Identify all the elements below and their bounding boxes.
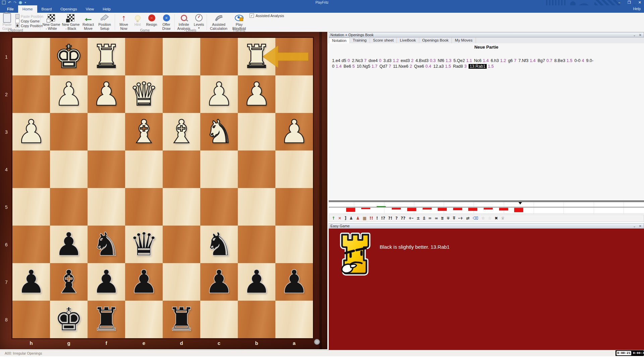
black-pawn-g6[interactable]: ♟	[50, 226, 88, 263]
interesting-move-icon[interactable]: !?	[381, 216, 385, 221]
move[interactable]: 4.Bxd3	[416, 58, 429, 63]
white-pawn-a3[interactable]: ♟	[275, 113, 313, 150]
square-g3[interactable]	[50, 113, 88, 150]
blunder-icon[interactable]: ??	[401, 216, 406, 221]
square-g5[interactable]	[50, 188, 88, 226]
square-b3[interactable]	[238, 113, 275, 150]
square-c4[interactable]	[200, 150, 238, 188]
move[interactable]: Bg7	[538, 58, 545, 63]
white-slightly-better-icon[interactable]: ⩲	[423, 216, 425, 221]
pane-close-icon[interactable]: ✕	[639, 33, 642, 38]
eval-bar-move-6[interactable]	[423, 208, 432, 209]
square-b4[interactable]	[238, 150, 275, 188]
square-e1[interactable]	[125, 38, 163, 75]
black-winning-icon[interactable]: -+	[458, 216, 463, 221]
move[interactable]: 5.Qe2	[453, 58, 465, 63]
colored-squares-icon[interactable]: ▦	[363, 216, 366, 221]
resign-button[interactable]: – Resign	[144, 13, 159, 26]
new-game-white-button[interactable]: New Game- White	[42, 13, 61, 31]
black-rook-f8[interactable]: ♜	[88, 301, 125, 338]
move-now-button[interactable]: ↑ MoveNow	[117, 13, 131, 31]
move[interactable]: Qxe6	[414, 64, 424, 69]
square-c1[interactable]	[200, 38, 238, 75]
square-a8[interactable]	[275, 301, 313, 338]
square-a5[interactable]	[275, 188, 313, 226]
white-pawn-h3[interactable]: ♟	[12, 113, 50, 150]
eraser-icon[interactable]: ⌫	[473, 216, 478, 221]
eval-bar-move-7[interactable]	[438, 208, 447, 211]
eval-bar-move-1[interactable]	[346, 208, 355, 212]
move[interactable]: Rad8	[453, 64, 463, 69]
square-d5[interactable]	[163, 188, 200, 226]
move[interactable]: 10.Ng5	[357, 64, 370, 69]
star-plus-icon[interactable]: ☆	[488, 216, 492, 221]
square-d1[interactable]	[163, 38, 200, 75]
square-e4[interactable]	[125, 150, 163, 188]
retract-move-button[interactable]: ← RetractMove	[80, 13, 96, 31]
square-d6[interactable]	[163, 226, 200, 263]
white-rook-f1[interactable]: ♜	[88, 38, 125, 75]
tab-training[interactable]: Training	[350, 38, 370, 43]
move[interactable]: Qd7	[379, 64, 387, 69]
pane-dropdown-icon[interactable]: ⌄	[633, 33, 636, 38]
dubious-move-icon[interactable]: ?!	[388, 216, 392, 221]
square-d2[interactable]	[163, 75, 200, 113]
black-pawn-icon[interactable]: ♟	[350, 216, 353, 221]
white-bishop-d3[interactable]: ♝	[163, 113, 200, 150]
move[interactable]: d5	[341, 58, 346, 63]
move[interactable]: g6	[508, 58, 513, 63]
black-pawn-c7[interactable]: ♟	[200, 263, 238, 301]
white-pawn-b2[interactable]: ♟	[238, 75, 275, 113]
copy-game-button[interactable]: Copy Game	[15, 19, 40, 23]
square-h2[interactable]	[12, 75, 50, 113]
black-pawn-h7[interactable]: ♟	[12, 263, 50, 301]
tab-openings-book[interactable]: Openings Book	[419, 38, 452, 43]
tab-my-moves[interactable]: My Moves	[452, 38, 476, 43]
assisted-calculation-button[interactable]: AssistedCalculation	[208, 13, 229, 31]
position-setup-button[interactable]: PositionSetup	[97, 13, 113, 31]
delete-annotations-icon[interactable]: ✖	[495, 216, 498, 221]
square-h4[interactable]	[12, 150, 50, 188]
main-line-arrow-icon[interactable]: ↑	[332, 216, 335, 221]
square-b8[interactable]	[238, 301, 275, 338]
move[interactable]: dxe4	[369, 58, 378, 63]
square-a1[interactable]	[275, 38, 313, 75]
square-d7[interactable]	[163, 263, 200, 301]
notation-area[interactable]: Neue Partie 1.e4d502.Nc37dxe403.d31.2exd…	[329, 43, 644, 200]
square-g4[interactable]	[50, 150, 88, 188]
square-b5[interactable]	[238, 188, 275, 226]
eval-bar-move-3[interactable]	[377, 206, 386, 207]
move[interactable]: Be6	[343, 64, 351, 69]
eval-bar-move-2[interactable]	[361, 208, 370, 209]
black-pawn-e7[interactable]: ♟	[125, 263, 163, 301]
white-winning-icon[interactable]: +-	[409, 216, 414, 221]
black-knight-f6[interactable]: ♞	[88, 226, 125, 263]
move[interactable]: 12.a3	[433, 64, 444, 69]
black-slightly-better-icon[interactable]: ⩱	[453, 216, 455, 221]
white-pawn-c2[interactable]: ♟	[200, 75, 238, 113]
square-c8[interactable]	[200, 301, 238, 338]
new-game-black-button[interactable]: New Game- Black	[61, 13, 80, 31]
move[interactable]: 6.h3	[491, 58, 499, 63]
square-h5[interactable]	[12, 188, 50, 226]
move[interactable]: 0-0	[574, 58, 580, 63]
notation-pane-header[interactable]: Notation + Openings Book ⌄✕	[329, 32, 644, 38]
move[interactable]: Nc6	[474, 58, 481, 63]
white-knight-c3[interactable]: ♞	[200, 113, 238, 150]
square-a6[interactable]	[275, 226, 313, 263]
red-pawn-icon[interactable]: ♟	[356, 216, 360, 221]
unclear-icon[interactable]: ∞	[435, 216, 438, 221]
tab-livebook[interactable]: LiveBook	[397, 38, 419, 43]
eval-bar-move-12[interactable]	[514, 208, 523, 212]
copy-position-button[interactable]: Copy Position	[15, 23, 43, 28]
white-pawn-g2[interactable]: ♟	[50, 75, 88, 113]
black-queen-e6[interactable]: ♛	[125, 226, 163, 263]
eval-bar-move-5[interactable]	[407, 208, 416, 211]
tab-board[interactable]: Board	[37, 5, 56, 13]
square-b6[interactable]	[238, 226, 275, 263]
black-pawn-f7[interactable]: ♟	[88, 263, 125, 301]
eval-bar-move-10[interactable]	[484, 208, 493, 209]
chessboard[interactable]: ♚♜♜♟♟♛♟♟♟♝♝♞♟♟♞♛♞♟♝♟♟♟♟♟♚♜♜	[12, 38, 313, 338]
equal-icon[interactable]: =	[428, 216, 432, 221]
evaluation-chart[interactable]	[329, 202, 644, 214]
